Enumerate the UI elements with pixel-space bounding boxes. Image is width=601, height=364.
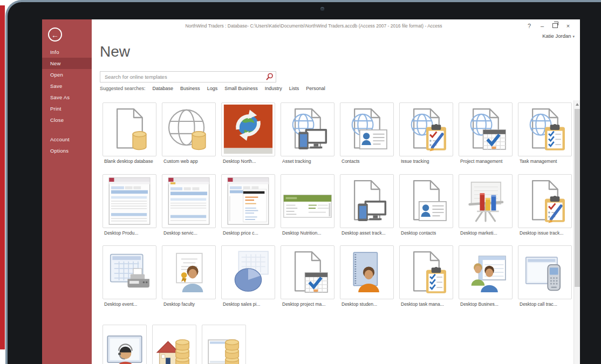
nutrition-form-icon [281, 174, 334, 228]
template-row [103, 325, 246, 364]
app-screenshot-icon [162, 174, 216, 228]
restore-icon [552, 23, 558, 28]
back-button[interactable]: ← [48, 28, 62, 42]
sidebar-menu-secondary: Account Options [42, 134, 92, 156]
template-tile-desktop-task-management[interactable]: Desktop task mana... [399, 245, 453, 307]
template-tile-desktop-price[interactable]: Desktop price c... [221, 174, 275, 236]
sidebar-item-print[interactable]: Print [42, 103, 92, 114]
suggested-term-personal[interactable]: Personal [306, 86, 325, 91]
close-button[interactable]: × [562, 22, 575, 30]
suggested-term-database[interactable]: Database [153, 86, 174, 91]
user-name: Katie Jordan [542, 33, 571, 39]
suggested-term-small-business[interactable]: Small Business [224, 86, 258, 91]
template-tile-desktop-services[interactable]: Desktop servic... [162, 174, 216, 236]
template-tile-blank-desktop-database[interactable]: Blank desktop database [103, 102, 156, 164]
camera-icon [320, 7, 324, 11]
search-input[interactable] [100, 71, 276, 83]
template-tile-desktop-call-tracking[interactable]: Desktop call trac... [518, 245, 572, 307]
template-tile-desktop-students[interactable]: Desktop studen... [340, 245, 394, 307]
calendar-fax-icon [103, 245, 156, 299]
template-tile-desktop-project-management[interactable]: Desktop project ma... [281, 245, 334, 307]
back-arrow-icon: ← [51, 31, 59, 39]
template-tile-contacts[interactable]: Contacts [340, 102, 394, 164]
template-row: Desktop event... Desktop faculty [103, 245, 572, 307]
search-icon[interactable] [265, 73, 274, 81]
window-title: NorthWind Traders : Database- C:\Users\K… [139, 23, 488, 29]
template-tile-desktop-marketing[interactable]: Desktop marketi... [459, 174, 513, 236]
template-tile-desktop-asset-tracking[interactable]: Desktop asset track... [340, 174, 394, 236]
scrollbar-thumb[interactable] [575, 109, 580, 287]
template-row: Blank desktop database Custom web app [103, 102, 572, 164]
sidebar-item-save[interactable]: Save [42, 80, 92, 92]
sidebar-menu: Info New Open Save Save As Print Close [42, 46, 92, 126]
doc-checklist-icon [399, 245, 453, 299]
web-doc-contact-card-icon [340, 102, 394, 156]
suggested-term-industry[interactable]: Industry [265, 86, 282, 91]
restore-button[interactable] [549, 22, 562, 30]
person-headset-window-icon [103, 325, 147, 364]
suggested-term-lists[interactable]: Lists [289, 86, 299, 91]
template-search [100, 71, 276, 83]
template-tile-asset-tracking[interactable]: Asset tracking [281, 102, 334, 164]
template-tile-custom-web-app[interactable]: Custom web app [162, 102, 216, 164]
minimize-button[interactable]: – [536, 22, 549, 30]
template-tile-desktop-contacts[interactable]: Desktop contacts [399, 174, 453, 236]
suggested-term-business[interactable]: Business [180, 86, 200, 91]
suggested-label: Suggested searches: [100, 86, 146, 91]
template-tile-desktop-northwind[interactable]: Desktop North... [221, 102, 275, 164]
template-tile-desktop-business[interactable]: Desktop Busines... [459, 245, 513, 307]
user-account-menu[interactable]: Katie Jordan▾ [542, 33, 575, 39]
app-screenshot-form-icon [221, 174, 275, 228]
doc-devices-icon [340, 174, 394, 228]
template-tile-desktop-faculty[interactable]: Desktop faculty [162, 245, 216, 307]
page-title: New [100, 43, 130, 60]
access-backstage-window: ← Info New Open Save Save As Print Close… [42, 19, 580, 364]
sidebar-item-save-as[interactable]: Save As [42, 92, 92, 103]
pie-chart-calendar-icon [221, 245, 275, 299]
sidebar-item-options[interactable]: Options [42, 145, 92, 156]
app-screenshot-icon [103, 174, 156, 228]
sidebar-item-info[interactable]: Info [42, 46, 92, 58]
template-tile-project-management[interactable]: Project management [459, 102, 513, 164]
scroll-up-button[interactable] [574, 100, 580, 108]
certificate-person-icon [162, 245, 216, 299]
sidebar-item-close[interactable]: Close [42, 114, 92, 126]
suggested-searches: Suggested searches: Database Business Lo… [100, 86, 325, 91]
template-tile-window-database[interactable] [202, 325, 246, 364]
chevron-down-icon: ▾ [572, 35, 575, 38]
house-database-icon [152, 325, 196, 364]
web-doc-devices-icon [281, 102, 334, 156]
web-doc-clipboard-pencil-icon [399, 102, 453, 156]
template-tile-house-database[interactable] [152, 325, 196, 364]
document-database-icon [103, 102, 156, 156]
background-red-stripe [0, 5, 5, 349]
sidebar-item-account[interactable]: Account [42, 134, 92, 145]
window-database-icon [202, 325, 246, 364]
template-tile-desktop-product[interactable]: Desktop Produ... [103, 174, 156, 236]
window-phone-icon [518, 245, 572, 299]
template-row: Desktop Produ... Desktop servic... [103, 174, 572, 236]
web-doc-checklist-icon [518, 102, 572, 156]
doc-calendar-check-icon [281, 245, 334, 299]
template-tile-desktop-nutrition[interactable]: Desktop Nutrition... [281, 174, 334, 236]
window-controls: ? – × [523, 22, 575, 30]
web-doc-calendar-check-icon [459, 102, 513, 156]
sidebar-item-open[interactable]: Open [42, 69, 92, 80]
gallery-scrollbar[interactable] [573, 100, 580, 364]
doc-contact-card-icon [399, 174, 453, 228]
notebook-person-icon [340, 245, 394, 299]
globe-database-icon [162, 102, 216, 156]
doc-clipboard-pencil-icon [518, 174, 572, 228]
template-tile-desktop-issue-tracking[interactable]: Desktop issue track... [518, 174, 572, 236]
template-tile-issue-tracking[interactable]: Issue tracking [399, 102, 453, 164]
template-tile-desktop-event[interactable]: Desktop event... [103, 245, 156, 307]
northwind-globe-arrows-icon [221, 102, 275, 156]
help-button[interactable]: ? [523, 22, 536, 30]
template-tile-person-headset[interactable] [103, 325, 147, 364]
triangle-up-icon [576, 103, 579, 106]
sidebar-item-new[interactable]: New [42, 58, 92, 69]
suggested-term-logs[interactable]: Logs [207, 86, 218, 91]
template-tile-desktop-sales-pipeline[interactable]: Desktop sales pi... [221, 245, 275, 307]
template-tile-task-management[interactable]: Task management [518, 102, 572, 164]
people-spreadsheet-icon [459, 245, 513, 299]
